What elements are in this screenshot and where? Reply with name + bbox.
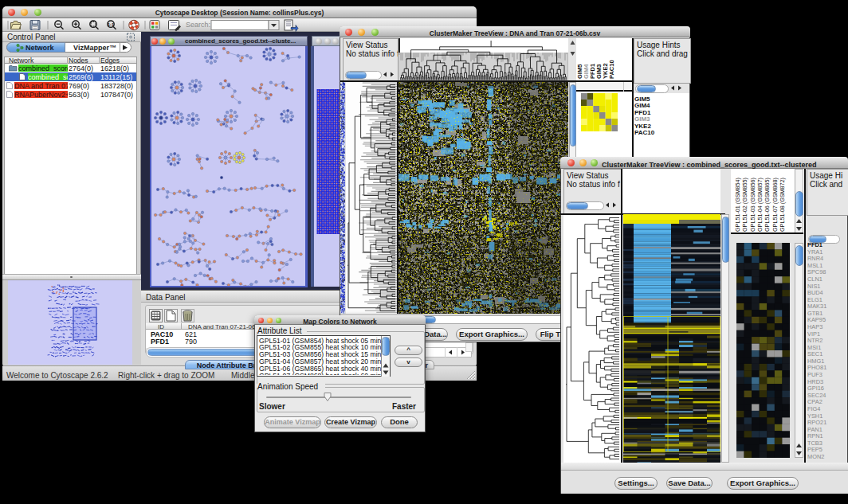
svg-text:GPL51-02 (GSM855): GPL51-02 (GSM855)	[741, 178, 748, 232]
svg-text:GPL51-08 (GSM872): GPL51-08 (GSM872)	[779, 178, 786, 232]
svg-text:Search:: Search:	[186, 21, 210, 29]
svg-text:PAC10: PAC10	[608, 60, 615, 79]
svg-text:GPL51-06 (GSM865): GPL51-06 (GSM865)	[764, 178, 771, 232]
svg-text:1:1: 1:1	[108, 22, 114, 27]
svg-text:GPL51-04 (GSM857): GPL51-04 (GSM857)	[756, 178, 764, 232]
svg-text:GPL51-07 (GSM868): GPL51-07 (GSM868)	[771, 178, 779, 232]
svg-text:GPL51-03 (GSM856): GPL51-03 (GSM856)	[749, 178, 756, 232]
svg-text:GPL51-01 (GSM854): GPL51-01 (GSM854)	[734, 178, 741, 232]
svg-text:MON2: MON2	[807, 453, 824, 460]
